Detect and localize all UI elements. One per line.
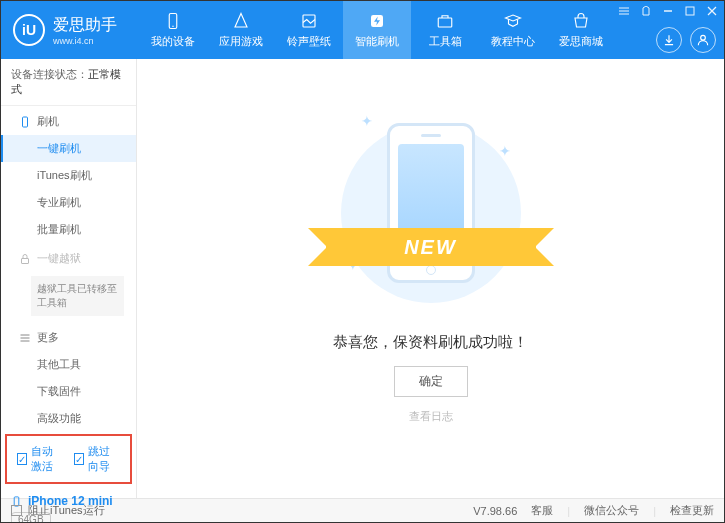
- svg-point-12: [701, 35, 706, 40]
- app-header: iU 爱思助手 www.i4.cn 我的设备 应用游戏 铃声壁纸 智能刷机 工具…: [1, 1, 724, 59]
- more-icon: [19, 332, 31, 344]
- window-controls: [618, 5, 718, 17]
- checkbox-auto-activate[interactable]: ✓ 自动激活: [17, 444, 64, 474]
- nav-label: 我的设备: [151, 34, 195, 49]
- sidebar-group-more[interactable]: 更多: [1, 322, 136, 351]
- confirm-button[interactable]: 确定: [394, 366, 468, 397]
- nav-tutorial[interactable]: 教程中心: [479, 1, 547, 59]
- download-button[interactable]: [656, 27, 682, 53]
- main-content: ✦ ✦ ✦ NEW 恭喜您，保资料刷机成功啦！ 确定 查看日志: [137, 59, 724, 498]
- wechat-link[interactable]: 微信公众号: [584, 503, 639, 518]
- connection-status: 设备连接状态：正常模式: [1, 59, 136, 106]
- jailbreak-notice: 越狱工具已转移至工具箱: [31, 276, 124, 316]
- svg-rect-14: [22, 258, 29, 263]
- check-update-link[interactable]: 检查更新: [670, 503, 714, 518]
- sidebar-item-advanced[interactable]: 高级功能: [1, 405, 136, 432]
- group-label: 更多: [37, 330, 59, 345]
- store-icon: [572, 12, 590, 30]
- sidebar-item-pro-flash[interactable]: 专业刷机: [1, 189, 136, 216]
- nav-label: 智能刷机: [355, 34, 399, 49]
- nav-label: 工具箱: [429, 34, 462, 49]
- nav-label: 铃声壁纸: [287, 34, 331, 49]
- maximize-icon[interactable]: [684, 5, 696, 17]
- checkbox-icon: ✓: [74, 453, 84, 465]
- menu-icon[interactable]: [618, 5, 630, 17]
- block-itunes-label: 阻止iTunes运行: [28, 503, 105, 518]
- checkbox-label: 跳过向导: [88, 444, 121, 474]
- nav-flash[interactable]: 智能刷机: [343, 1, 411, 59]
- svg-rect-9: [686, 7, 694, 15]
- wallpaper-icon: [300, 12, 318, 30]
- logo-icon: iU: [13, 14, 45, 46]
- sidebar-item-download-firmware[interactable]: 下载固件: [1, 378, 136, 405]
- checkbox-block-itunes[interactable]: [11, 505, 22, 516]
- nav-label: 应用游戏: [219, 34, 263, 49]
- group-label: 刷机: [37, 114, 59, 129]
- svg-rect-13: [23, 117, 28, 127]
- group-label: 一键越狱: [37, 251, 81, 266]
- new-ribbon: NEW: [326, 228, 536, 266]
- user-button[interactable]: [690, 27, 716, 53]
- nav-ringtones[interactable]: 铃声壁纸: [275, 1, 343, 59]
- tutorial-icon: [504, 12, 522, 30]
- nav-label: 教程中心: [491, 34, 535, 49]
- app-url: www.i4.cn: [53, 36, 117, 46]
- minimize-icon[interactable]: [662, 5, 674, 17]
- flash-icon: [368, 12, 386, 30]
- view-log-link[interactable]: 查看日志: [409, 409, 453, 424]
- phone-icon: [164, 12, 182, 30]
- app-title: 爱思助手: [53, 15, 117, 36]
- main-nav: 我的设备 应用游戏 铃声壁纸 智能刷机 工具箱 教程中心 爱思商城: [139, 1, 615, 59]
- nav-store[interactable]: 爱思商城: [547, 1, 615, 59]
- nav-apps[interactable]: 应用游戏: [207, 1, 275, 59]
- lock-icon: [19, 253, 31, 265]
- apps-icon: [232, 12, 250, 30]
- options-row: ✓ 自动激活 ✓ 跳过向导: [5, 434, 132, 484]
- sidebar-item-other-tools[interactable]: 其他工具: [1, 351, 136, 378]
- sidebar-item-batch-flash[interactable]: 批量刷机: [1, 216, 136, 243]
- sidebar-group-flash[interactable]: 刷机: [1, 106, 136, 135]
- sidebar-item-itunes-flash[interactable]: iTunes刷机: [1, 162, 136, 189]
- nav-toolbox[interactable]: 工具箱: [411, 1, 479, 59]
- checkbox-icon: ✓: [17, 453, 27, 465]
- success-illustration: ✦ ✦ ✦ NEW: [341, 113, 521, 313]
- toolbox-icon: [436, 12, 454, 30]
- nav-label: 爱思商城: [559, 34, 603, 49]
- sidebar-item-oneclick-flash[interactable]: 一键刷机: [1, 135, 136, 162]
- skin-icon[interactable]: [640, 5, 652, 17]
- svg-rect-4: [438, 18, 452, 27]
- phone-icon: [19, 116, 31, 128]
- status-label: 设备连接状态：: [11, 68, 88, 80]
- sidebar: 设备连接状态：正常模式 刷机 一键刷机 iTunes刷机 专业刷机 批量刷机 一…: [1, 59, 137, 498]
- support-link[interactable]: 客服: [531, 503, 553, 518]
- nav-my-device[interactable]: 我的设备: [139, 1, 207, 59]
- sidebar-group-jailbreak[interactable]: 一键越狱: [1, 243, 136, 272]
- close-icon[interactable]: [706, 5, 718, 17]
- checkbox-skip-guide[interactable]: ✓ 跳过向导: [74, 444, 121, 474]
- success-message: 恭喜您，保资料刷机成功啦！: [333, 333, 528, 352]
- version-label: V7.98.66: [473, 505, 517, 517]
- logo-area: iU 爱思助手 www.i4.cn: [1, 14, 129, 46]
- checkbox-label: 自动激活: [31, 444, 64, 474]
